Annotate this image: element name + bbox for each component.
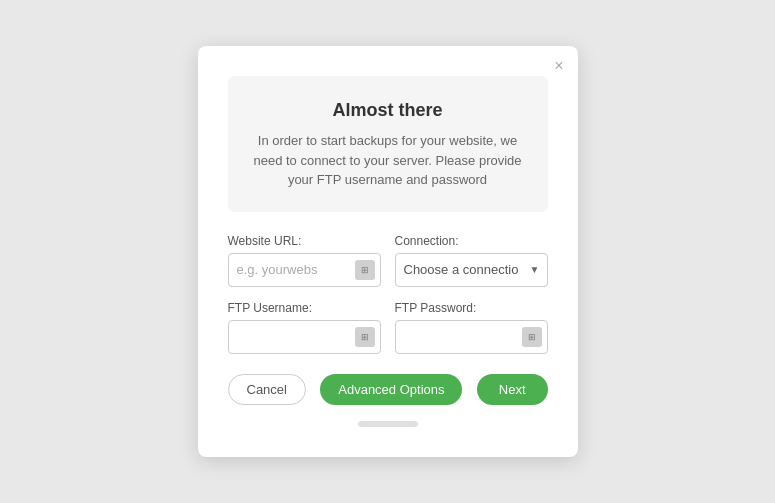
ftp-password-icon: ⊞	[522, 327, 542, 347]
website-url-icon: ⊞	[355, 260, 375, 280]
form-row-bottom: FTP Username: ⊞ FTP Password: ⊞	[228, 301, 548, 354]
ftp-username-group: FTP Username: ⊞	[228, 301, 381, 354]
ftp-username-label: FTP Username:	[228, 301, 381, 315]
connection-group: Connection: Choose a connection type FTP…	[395, 234, 548, 287]
connection-label: Connection:	[395, 234, 548, 248]
form-row-top: Website URL: ⊞ Connection: Choose a conn…	[228, 234, 548, 287]
close-button[interactable]: ×	[554, 58, 563, 74]
next-button[interactable]: Next	[477, 374, 548, 405]
scrollbar-hint	[358, 421, 418, 427]
ftp-username-wrapper: ⊞	[228, 320, 381, 354]
banner: Almost there In order to start backups f…	[228, 76, 548, 212]
modal-dialog: × Almost there In order to start backups…	[198, 46, 578, 457]
ftp-password-wrapper: ⊞	[395, 320, 548, 354]
banner-title: Almost there	[248, 100, 528, 121]
website-url-group: Website URL: ⊞	[228, 234, 381, 287]
modal-overlay: × Almost there In order to start backups…	[0, 0, 775, 503]
ftp-password-label: FTP Password:	[395, 301, 548, 315]
cancel-button[interactable]: Cancel	[228, 374, 306, 405]
advanced-options-button[interactable]: Advanced Options	[320, 374, 462, 405]
banner-text: In order to start backups for your websi…	[248, 131, 528, 190]
ftp-username-icon: ⊞	[355, 327, 375, 347]
website-url-label: Website URL:	[228, 234, 381, 248]
connection-select[interactable]: Choose a connection type FTP SFTP SSH	[395, 253, 548, 287]
website-url-wrapper: ⊞	[228, 253, 381, 287]
ftp-password-group: FTP Password: ⊞	[395, 301, 548, 354]
connection-select-wrapper: Choose a connection type FTP SFTP SSH ▼	[395, 253, 548, 287]
actions-row: Cancel Advanced Options Next	[228, 374, 548, 405]
